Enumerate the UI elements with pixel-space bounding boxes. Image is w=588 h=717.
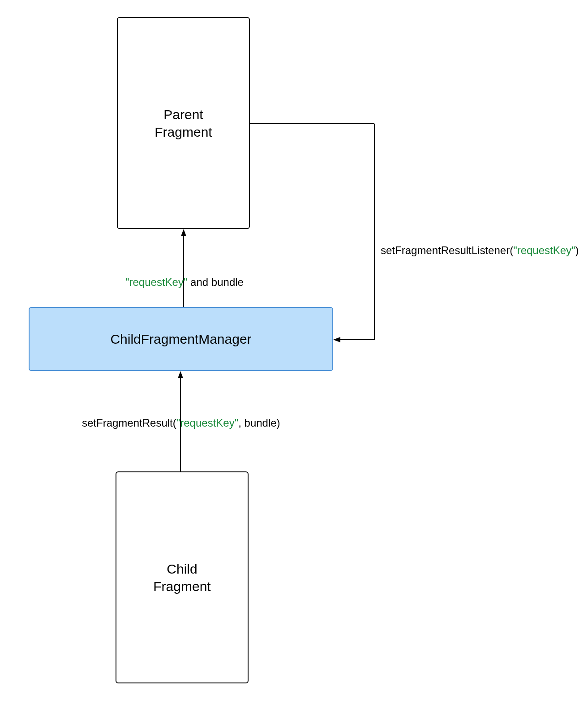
svg-marker-1 (181, 229, 186, 236)
key-text: "requestKey" (176, 417, 238, 429)
label-pre: setFragmentResult( (82, 417, 176, 429)
child-fragment-label: Child Fragment (153, 560, 210, 595)
label-pre: setFragmentResultListener( (381, 244, 513, 256)
label-manager-to-parent: "requestKey" and bundle (125, 276, 244, 289)
svg-marker-7 (178, 371, 183, 378)
svg-marker-5 (333, 337, 340, 342)
label-child-to-manager: setFragmentResult("requestKey", bundle) (82, 417, 280, 429)
child-fragment-box: Child Fragment (116, 471, 249, 683)
child-fragment-manager-label: ChildFragmentManager (110, 330, 251, 348)
arrow-manager-to-parent (181, 229, 186, 307)
key-text: "requestKey" (125, 276, 187, 288)
label-post: , bundle) (238, 417, 280, 429)
label-parent-to-manager: setFragmentResultListener("requestKey") (381, 244, 579, 257)
parent-fragment-label: Parent Fragment (155, 106, 212, 141)
label-post: and bundle (187, 276, 243, 288)
parent-fragment-box: Parent Fragment (117, 17, 250, 229)
label-post: ) (575, 244, 579, 256)
key-text: "requestKey" (513, 244, 575, 256)
child-fragment-manager-box: ChildFragmentManager (29, 307, 333, 371)
